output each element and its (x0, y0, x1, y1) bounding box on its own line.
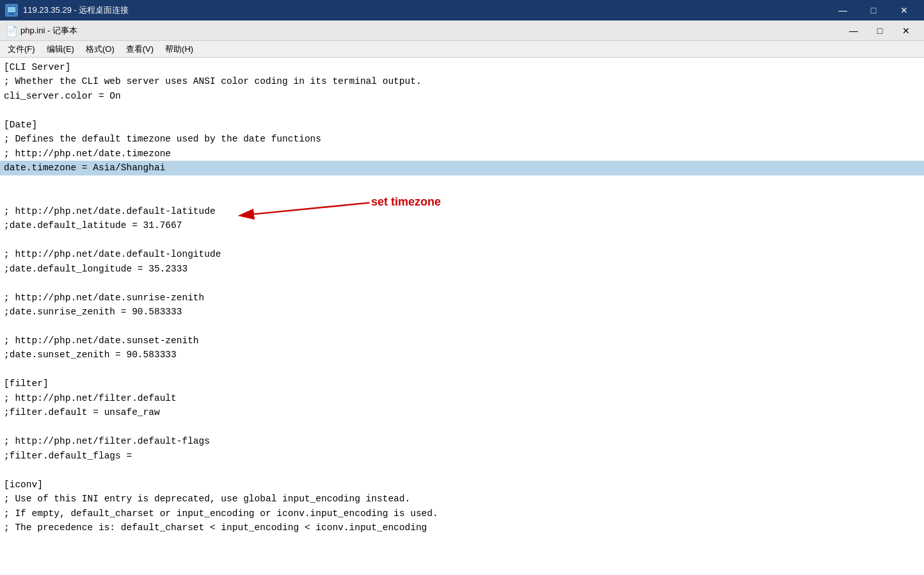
highlighted-timezone-line: date.timezone = Asia/Shanghai (0, 161, 924, 175)
rdp-titlebar: 119.23.35.29 - 远程桌面连接 — □ ✕ (0, 0, 924, 20)
menu-view[interactable]: 查看(V) (121, 42, 159, 57)
notepad-window: 📄 php.ini - 记事本 — □ ✕ 文件(F) 编辑(E) 格式(O) … (0, 20, 924, 575)
content-area: [CLI Server] ; Whether the CLI web serve… (0, 58, 924, 575)
menu-help[interactable]: 帮助(H) (160, 42, 198, 57)
notepad-close-button[interactable]: ✕ (893, 23, 919, 38)
menu-file[interactable]: 文件(F) (3, 42, 40, 57)
notepad-menubar: 文件(F) 编辑(E) 格式(O) 查看(V) 帮助(H) (0, 41, 924, 58)
rdp-icon (5, 4, 18, 17)
notepad-controls: — □ ✕ (841, 23, 919, 38)
svg-rect-3 (8, 7, 15, 12)
notepad-title: php.ini - 记事本 (20, 25, 837, 36)
rdp-minimize-button[interactable]: — (828, 0, 857, 20)
editor-textarea[interactable]: [CLI Server] ; Whether the CLI web serve… (0, 58, 924, 575)
notepad-minimize-button[interactable]: — (841, 23, 866, 38)
notepad-icon: 📄 (5, 25, 17, 36)
rdp-close-button[interactable]: ✕ (889, 0, 919, 20)
rdp-maximize-button[interactable]: □ (859, 0, 888, 20)
rdp-title: 119.23.35.29 - 远程桌面连接 (23, 4, 823, 16)
notepad-titlebar: 📄 php.ini - 记事本 — □ ✕ (0, 20, 924, 41)
svg-rect-1 (10, 13, 13, 14)
menu-format[interactable]: 格式(O) (81, 42, 120, 57)
svg-rect-2 (8, 14, 15, 15)
menu-edit[interactable]: 编辑(E) (42, 42, 79, 57)
rdp-controls: — □ ✕ (828, 0, 919, 20)
notepad-maximize-button[interactable]: □ (867, 23, 893, 38)
